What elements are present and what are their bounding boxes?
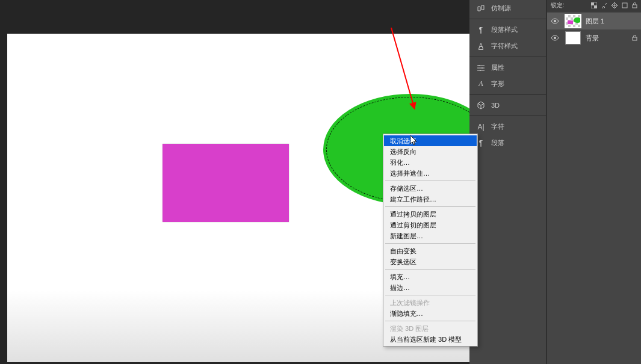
panel-entry-character[interactable]: A| 字符 xyxy=(469,119,546,135)
right-panel-area: 仿制源 ¶ 段落样式 A 字符样式 属性 A 字形 3D xyxy=(469,0,641,364)
visibility-eye-icon[interactable] xyxy=(551,34,559,42)
panel-separator xyxy=(469,19,546,19)
cube-3d-icon xyxy=(475,101,486,110)
context-menu-item: 上次滤镜操作 xyxy=(384,297,477,308)
visibility-eye-icon[interactable] xyxy=(551,17,559,25)
context-menu-item[interactable]: 变换选区 xyxy=(384,256,477,267)
layers-panel: 锁定: 图层 1 xyxy=(547,0,641,364)
context-menu-item[interactable]: 自由变换 xyxy=(384,245,477,256)
panel-shortcut-column: 仿制源 ¶ 段落样式 A 字符样式 属性 A 字形 3D xyxy=(469,0,547,364)
context-menu-separator xyxy=(385,269,475,270)
context-menu-separator xyxy=(385,321,475,321)
lock-label: 锁定: xyxy=(551,1,565,10)
character-icon: A| xyxy=(475,123,486,131)
panel-separator xyxy=(469,116,546,116)
panel-entry-paragraph[interactable]: ¶ 段落 xyxy=(469,135,546,151)
layer-name[interactable]: 图层 1 xyxy=(586,17,604,26)
context-menu-separator xyxy=(385,180,475,181)
panel-entry-label: 仿制源 xyxy=(491,4,511,13)
panel-entry-clone-source[interactable]: 仿制源 xyxy=(469,0,546,16)
context-menu-item[interactable]: 选择并遮住… xyxy=(384,168,477,179)
context-menu-item[interactable]: 通过拷贝的图层 xyxy=(384,209,477,220)
magenta-rectangle-shape[interactable] xyxy=(163,144,289,222)
character-styles-icon: A xyxy=(475,42,486,51)
lock-brush-icon[interactable] xyxy=(601,2,607,8)
svg-rect-4 xyxy=(633,5,637,8)
layers-list: 图层 1 背景 xyxy=(547,11,641,46)
lock-all-icon[interactable] xyxy=(632,2,637,8)
context-menu-item[interactable]: 取消选择 xyxy=(384,135,477,146)
panel-separator xyxy=(469,94,546,95)
panel-entry-properties[interactable]: 属性 xyxy=(469,60,546,76)
lock-frame-icon[interactable] xyxy=(622,2,628,8)
layer-locked-icon xyxy=(632,35,637,41)
layer-thumbnail[interactable] xyxy=(565,14,581,28)
context-menu-item[interactable]: 新建图层… xyxy=(384,230,477,241)
lock-move-icon[interactable] xyxy=(612,2,618,8)
panel-entry-label: 段落样式 xyxy=(491,25,518,34)
context-menu-item[interactable]: 建立工作路径… xyxy=(384,194,477,205)
clone-source-icon xyxy=(475,4,486,13)
context-menu-separator xyxy=(385,295,475,295)
panel-separator xyxy=(469,57,546,57)
workspace: 取消选择选择反向羽化…选择并遮住…存储选区…建立工作路径…通过拷贝的图层通过剪切… xyxy=(0,0,469,364)
svg-rect-3 xyxy=(622,3,627,8)
lock-transparent-icon[interactable] xyxy=(591,2,597,8)
panel-entry-glyphs[interactable]: A 字形 xyxy=(469,76,546,92)
context-menu-item[interactable]: 通过剪切的图层 xyxy=(384,220,477,230)
svg-point-5 xyxy=(554,20,556,22)
lock-icons-group[interactable] xyxy=(591,2,637,8)
svg-rect-1 xyxy=(591,2,594,5)
context-menu-item[interactable]: 填充… xyxy=(384,271,477,282)
context-menu-item[interactable]: 渐隐填充… xyxy=(384,308,477,319)
context-menu-item[interactable]: 选择反向 xyxy=(384,146,477,157)
panel-entry-paragraph-styles[interactable]: ¶ 段落样式 xyxy=(469,22,546,38)
panel-entry-label: 字形 xyxy=(491,79,504,88)
context-menu-item[interactable]: 存储选区… xyxy=(384,183,477,194)
properties-icon xyxy=(475,64,486,72)
context-menu-item[interactable]: 描边… xyxy=(384,282,477,293)
glyphs-icon: A xyxy=(475,80,486,88)
context-menu-separator xyxy=(385,243,475,244)
panel-entry-label: 字符 xyxy=(491,122,504,131)
context-menu-separator xyxy=(385,206,475,207)
context-menu[interactable]: 取消选择选择反向羽化…选择并遮住…存储选区…建立工作路径…通过拷贝的图层通过剪切… xyxy=(383,134,478,347)
panel-entry-character-styles[interactable]: A 字符样式 xyxy=(469,38,546,54)
layers-lock-bar: 锁定: xyxy=(547,0,641,11)
panel-entry-label: 属性 xyxy=(491,63,504,72)
panel-entry-3d[interactable]: 3D xyxy=(469,97,546,113)
panel-entry-label: 字符样式 xyxy=(491,42,518,51)
svg-rect-2 xyxy=(594,5,597,8)
svg-point-6 xyxy=(554,37,556,39)
layer-row[interactable]: 图层 1 xyxy=(547,13,641,29)
panel-entry-label: 3D xyxy=(491,102,500,109)
layer-row[interactable]: 背景 xyxy=(547,29,641,46)
panel-entry-label: 段落 xyxy=(491,138,504,147)
context-menu-item: 渲染 3D 图层 xyxy=(384,323,477,334)
layer-name[interactable]: 背景 xyxy=(586,34,599,43)
paragraph-styles-icon: ¶ xyxy=(475,26,486,34)
context-menu-item[interactable]: 羽化… xyxy=(384,157,477,168)
svg-rect-7 xyxy=(633,37,637,40)
context-menu-item[interactable]: 从当前选区新建 3D 模型 xyxy=(384,334,477,345)
layer-thumbnail[interactable] xyxy=(565,31,581,45)
